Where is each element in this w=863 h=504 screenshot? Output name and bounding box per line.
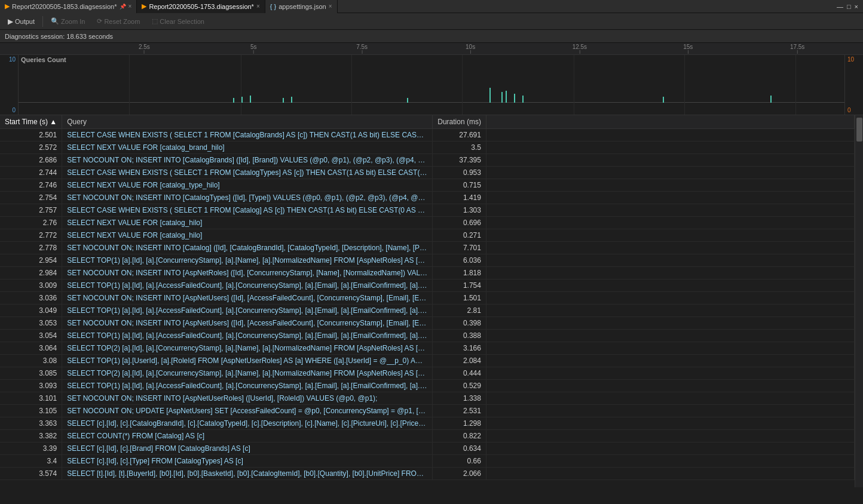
chart-title: Queries Count [21, 56, 66, 63]
cell-extra [486, 254, 854, 267]
cell-duration: 0.398 [433, 317, 486, 330]
cell-extra [486, 267, 854, 279]
cell-start-time: 3.049 [0, 305, 62, 317]
tick-line [362, 50, 362, 54]
clear-selection-label: Clear Selection [160, 18, 204, 25]
ruler-track: 2.5s5s7.5s10s12.5s15s17.5s [36, 43, 845, 55]
cell-duration: 0.715 [433, 179, 486, 192]
pin-icon-1[interactable]: 📌 [120, 4, 126, 10]
table-row[interactable]: 2.76SELECT NEXT VALUE FOR [catalog_hilo]… [0, 217, 855, 229]
chart-grid-line [574, 55, 574, 115]
cell-start-time: 3.363 [0, 417, 62, 430]
cell-duration: 6.036 [433, 254, 486, 267]
file-icon: { } [270, 3, 276, 10]
cell-extra [486, 330, 854, 342]
zoom-in-label: Zoom In [61, 18, 85, 25]
table-row[interactable]: 3.085SELECT TOP(2) [a].[Id], [a].[Concur… [0, 367, 855, 380]
cell-duration: 37.395 [433, 154, 486, 167]
table-row[interactable]: 3.093SELECT TOP(1) [a].[Id], [a].[Access… [0, 380, 855, 392]
tick-line [688, 50, 688, 54]
tab-diag-1753[interactable]: ▶ Report20200505-1753.diagsession* × [137, 0, 265, 13]
scrollbar-thumb[interactable] [856, 118, 862, 142]
cell-duration: 0.953 [433, 167, 486, 179]
cell-start-time: 3.08 [0, 355, 62, 367]
y-max-left: 10 [9, 56, 16, 63]
table-row[interactable]: 3.036SET NOCOUNT ON; INSERT INTO [AspNet… [0, 292, 855, 305]
query-table-scroll[interactable]: Start Time (s) ▲ Query Duration (ms) 2.5… [0, 115, 855, 487]
table-row[interactable]: 3.053SET NOCOUNT ON; INSERT INTO [AspNet… [0, 317, 855, 330]
table-row[interactable]: 2.572SELECT NEXT VALUE FOR [catalog_bran… [0, 142, 855, 154]
table-row[interactable]: 3.049SELECT TOP(1) [a].[Id], [a].[Access… [0, 305, 855, 317]
cell-extra [486, 204, 854, 217]
close-icon-1[interactable]: × [128, 3, 132, 10]
table-row[interactable]: 2.984SET NOCOUNT ON; INSERT INTO [AspNet… [0, 267, 855, 279]
cell-query: SELECT TOP(1) [a].[Id], [a].[AccessFaile… [62, 380, 433, 392]
output-button[interactable]: ▶ Output [2, 15, 40, 28]
tab-label-1853: Report20200505-1853.diagsession* [12, 3, 117, 10]
cell-duration: 2.084 [433, 355, 486, 367]
table-row[interactable]: 3.382SELECT COUNT(*) FROM [Catalog] AS [… [0, 430, 855, 442]
table-row[interactable]: 3.009SELECT TOP(1) [a].[Id], [a].[Access… [0, 279, 855, 292]
output-label: Output [15, 18, 35, 25]
tick-line [253, 50, 254, 54]
clear-selection-button[interactable]: ⬚ Clear Selection [146, 15, 210, 27]
query-bar-11 [663, 97, 664, 103]
cell-query: SELECT CASE WHEN EXISTS ( SELECT 1 FROM … [62, 129, 433, 142]
table-row[interactable]: 2.772SELECT NEXT VALUE FOR [catalog_hilo… [0, 229, 855, 242]
cell-extra [486, 142, 854, 154]
chart-y-axis-right: 10 0 [845, 55, 863, 115]
table-row[interactable]: 2.954SELECT TOP(1) [a].[Id], [a].[Concur… [0, 254, 855, 267]
table-row[interactable]: 2.501SELECT CASE WHEN EXISTS ( SELECT 1 … [0, 129, 855, 142]
cell-query: SELECT CASE WHEN EXISTS ( SELECT 1 FROM … [62, 204, 433, 217]
title-bar: ▶ Report20200505-1853.diagsession* 📌 × ▶… [0, 0, 863, 13]
cell-start-time: 3.382 [0, 430, 62, 442]
table-row[interactable]: 2.686SET NOCOUNT ON; INSERT INTO [Catalo… [0, 154, 855, 167]
table-row[interactable]: 2.744SELECT CASE WHEN EXISTS ( SELECT 1 … [0, 167, 855, 179]
table-row[interactable]: 3.4SELECT [c].[Id], [c].[Type] FROM [Cat… [0, 455, 855, 468]
tab-appsettings[interactable]: { } appsettings.json × [265, 0, 338, 13]
table-row[interactable]: 2.778SET NOCOUNT ON; INSERT INTO [Catalo… [0, 242, 855, 254]
tick-line [470, 50, 471, 54]
cell-duration: 7.701 [433, 242, 486, 254]
tab-diag-1853[interactable]: ▶ Report20200505-1853.diagsession* 📌 × [0, 0, 137, 13]
col-duration[interactable]: Duration (ms) [433, 115, 486, 129]
cell-start-time: 2.686 [0, 154, 62, 167]
cell-extra [486, 192, 854, 204]
col-start-time[interactable]: Start Time (s) ▲ [0, 115, 62, 129]
table-row[interactable]: 3.08SELECT TOP(1) [a].[UserId], [a].[Rol… [0, 355, 855, 367]
cell-duration: 3.5 [433, 142, 486, 154]
close-icon-3[interactable]: × [329, 3, 332, 10]
cell-extra [486, 317, 854, 330]
cell-start-time: 3.39 [0, 442, 62, 455]
col-query[interactable]: Query [62, 115, 433, 129]
table-row[interactable]: 3.39SELECT [c].[Id], [c].[Brand] FROM [C… [0, 442, 855, 455]
cell-duration: 1.338 [433, 392, 486, 405]
cell-query: SELECT TOP(1) [a].[Id], [a].[AccessFaile… [62, 305, 433, 317]
table-row[interactable]: 3.363SELECT [c].[Id], [c].[CatalogBrandI… [0, 417, 855, 430]
table-row[interactable]: 2.757SELECT CASE WHEN EXISTS ( SELECT 1 … [0, 204, 855, 217]
cell-extra [486, 405, 854, 417]
table-row[interactable]: 3.101SET NOCOUNT ON; INSERT INTO [AspNet… [0, 392, 855, 405]
reset-zoom-button[interactable]: ⟳ Reset Zoom [91, 15, 145, 27]
cell-query: SET NOCOUNT ON; INSERT INTO [CatalogBran… [62, 154, 433, 167]
cell-extra [486, 380, 854, 392]
table-row[interactable]: 2.754SET NOCOUNT ON; INSERT INTO [Catalo… [0, 192, 855, 204]
cell-duration: 1.303 [433, 204, 486, 217]
cell-query: SELECT NEXT VALUE FOR [catalog_hilo] [62, 229, 433, 242]
query-bar-5 [233, 98, 234, 103]
cell-extra [486, 342, 854, 355]
close-icon-2[interactable]: × [256, 3, 260, 10]
zoom-in-button[interactable]: 🔍 Zoom In [45, 15, 90, 27]
ruler-tick-10s: 10s [466, 44, 475, 54]
table-row[interactable]: 3.064SELECT TOP(2) [a].[Id], [a].[Concur… [0, 342, 855, 355]
table-row[interactable]: 3.105SET NOCOUNT ON; UPDATE [AspNetUsers… [0, 405, 855, 417]
table-row[interactable]: 3.054SELECT TOP(1) [a].[Id], [a].[Access… [0, 330, 855, 342]
table-row[interactable]: 2.746SELECT NEXT VALUE FOR [catalog_type… [0, 179, 855, 192]
table-row[interactable]: 3.574SELECT [t].[Id], [t].[BuyerId], [b0… [0, 468, 855, 480]
cell-duration: 0.271 [433, 229, 486, 242]
table-body: 2.501SELECT CASE WHEN EXISTS ( SELECT 1 … [0, 129, 855, 480]
cell-query: SELECT [c].[Id], [c].[CatalogBrandId], [… [62, 417, 433, 430]
vertical-scrollbar[interactable] [855, 115, 863, 487]
cell-query: SELECT TOP(1) [a].[Id], [a].[AccessFaile… [62, 279, 433, 292]
cell-start-time: 2.572 [0, 142, 62, 154]
